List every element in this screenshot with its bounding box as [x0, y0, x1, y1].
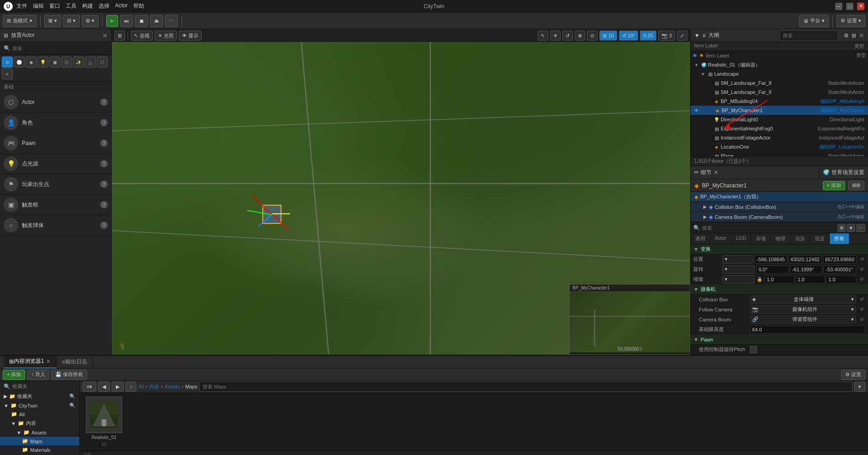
tab-actor[interactable]: Actor: [710, 233, 732, 244]
actor-help-spawn[interactable]: ?: [100, 181, 108, 188]
cb-item-maps[interactable]: 📁 Maps: [0, 437, 79, 445]
vp-scale-tool[interactable]: ⊕: [575, 31, 585, 41]
vp-rotate-tool[interactable]: ↺: [562, 31, 573, 41]
breadcrumb-content[interactable]: 内容: [149, 383, 159, 390]
tab-physics[interactable]: 物理: [771, 233, 790, 244]
cb-item-all[interactable]: 📁 All: [0, 410, 79, 419]
tree-sm-far9[interactable]: ▤ SM_Landscape_Far_9 StaticMeshActor: [691, 88, 868, 97]
cb-item-citytwin[interactable]: ▼ 📁 CityTwin 🔍: [0, 401, 79, 410]
vp-snap-grid[interactable]: ⊞ 10: [599, 31, 617, 41]
actor-item-light[interactable]: 💡 点光源 ?: [0, 154, 111, 174]
cb-tab-log[interactable]: ≡ 输出日志: [57, 356, 93, 368]
menu-actor[interactable]: Actor: [115, 2, 128, 10]
tree-bp-mycharacter[interactable]: 👁 ◈ BP_MyCharacter1 编辑BP_MyCharact: [691, 106, 868, 115]
mode-selector[interactable]: ⊞ 选模式 ▾: [3, 15, 36, 27]
vp-lighting[interactable]: ☀ 光照: [155, 31, 177, 41]
cb-dropdown-btn[interactable]: ▾: [854, 382, 865, 392]
tree-plane[interactable]: ▤ Plane StaticMeshActor: [691, 151, 868, 156]
vp-select-view[interactable]: ↖ 选视: [131, 31, 153, 41]
follow-camera-value[interactable]: 📷 摄像机组件 ▾: [750, 305, 856, 314]
citytwin-search-icon[interactable]: 🔍: [69, 403, 76, 408]
cb-item-materials[interactable]: 📁 Materials: [0, 445, 79, 454]
vp-snap-scale[interactable]: 0.25: [640, 31, 656, 41]
world-settings-tab[interactable]: 🌍 世界场景设置: [819, 166, 868, 179]
star-icon[interactable]: ★: [699, 52, 704, 58]
cb-up-btn[interactable]: ↑: [125, 382, 136, 392]
breadcrumb-all[interactable]: All: [138, 384, 144, 389]
tree-landscape-group[interactable]: ▼ ▤ Landscape: [691, 69, 868, 78]
vp-world-local[interactable]: ⊙: [587, 31, 598, 41]
actor-help-trigger-sphere[interactable]: ?: [100, 222, 108, 229]
tab-visual[interactable]: ✨: [73, 57, 84, 67]
maximize-button[interactable]: □: [846, 3, 853, 10]
viewport-map[interactable]: BP_MyCharacter1 50,000000 t: [112, 42, 690, 355]
collision-box-value[interactable]: ◈ 盒体碰撞 ▾: [750, 295, 856, 304]
tab-all[interactable]: ⊞: [2, 57, 13, 67]
snap-btn-2[interactable]: ⊟▾: [63, 15, 80, 27]
details-layout-btn[interactable]: ⊞⊞: [848, 181, 864, 190]
vp-perspective[interactable]: ⊞: [114, 31, 125, 41]
camera-boom-reset[interactable]: ↺: [858, 316, 865, 323]
camera-boom-value[interactable]: 🔗 弹簧臂组件 ▾: [750, 315, 856, 324]
position-dropdown[interactable]: ▾: [722, 255, 753, 264]
favorites-search-icon[interactable]: 🔍: [69, 393, 76, 399]
comp-item-self[interactable]: ◈ BP_MyCharacter1（自我）: [691, 192, 868, 202]
position-z-field[interactable]: 65723.69660: [823, 255, 857, 264]
cb-nav-btn[interactable]: ≡▾: [83, 382, 96, 392]
scale-z-field[interactable]: 1.0: [826, 275, 856, 284]
snap-btn-3[interactable]: ⊞▾: [82, 15, 99, 27]
tab-volumes[interactable]: ⬡: [97, 57, 108, 67]
tab-geometry[interactable]: △: [85, 57, 96, 67]
vp-translate-tool[interactable]: ✛: [550, 31, 561, 41]
pawn-section-header[interactable]: ▼ Pawn: [691, 335, 868, 345]
outline-search-input[interactable]: [783, 33, 835, 38]
expand-landscape[interactable]: ▼: [701, 72, 706, 77]
tree-bp-mbuilding[interactable]: ◈ BP_MBuilding04 编辑BP_MBuilding0: [691, 97, 868, 106]
tree-foliage[interactable]: ▤ InstancedFoliageActor InstancedFoliage…: [691, 133, 868, 142]
actor-item-actor[interactable]: ⬡ Actor ?: [0, 92, 111, 113]
cb-add-button[interactable]: + 添加: [3, 370, 25, 380]
cb-tab-browser[interactable]: ⊞ 内容浏览器1 ✕: [4, 356, 57, 368]
collision-box-reset[interactable]: ↺: [858, 296, 865, 303]
add-component-button[interactable]: + 添加: [823, 181, 845, 190]
base-height-value[interactable]: 64.0: [750, 326, 865, 334]
vp-snap-rotate[interactable]: ↺ 10°: [619, 31, 639, 41]
cb-back-btn[interactable]: ◀: [98, 382, 110, 392]
tab-basic[interactable]: ◉: [26, 57, 36, 67]
viewport[interactable]: ⊞ ↖ 选视 ☀ 光照 👁 显示 ↖ ✛ ↺ ⊕ ⊙ ⊞ 10 ↺ 10°: [112, 29, 690, 355]
comp-expand-camera[interactable]: ▶: [703, 214, 707, 219]
tab-general[interactable]: 通用: [691, 233, 710, 244]
cb-save-all-button[interactable]: 💾 保存所有: [51, 370, 87, 380]
position-x-field[interactable]: -566.108845: [754, 255, 787, 264]
menu-file[interactable]: 文件: [16, 2, 27, 10]
outline-filter-icon[interactable]: ▼: [694, 32, 700, 39]
menu-build[interactable]: 构建: [82, 2, 93, 10]
stop-button[interactable]: ⏹: [135, 15, 148, 27]
cb-forward-btn[interactable]: ▶: [112, 382, 124, 392]
tab-shapes[interactable]: ▣: [49, 57, 60, 67]
close-button[interactable]: ✕: [857, 3, 864, 10]
menu-select[interactable]: 选择: [99, 2, 109, 10]
tab-lights[interactable]: 💡: [37, 57, 48, 67]
actor-help-pawn[interactable]: ?: [100, 140, 108, 147]
comp-item-camera-boom[interactable]: ▶ ◈ Camera Boom (CameraBoom) 在C++中编辑: [691, 212, 868, 222]
cb-content-search-input[interactable]: [203, 384, 849, 389]
tab-lod[interactable]: LOD: [732, 233, 752, 244]
visibility-icon[interactable]: 👁: [692, 53, 697, 58]
position-reset[interactable]: ↺: [858, 256, 865, 263]
rotation-dropdown[interactable]: ▾: [722, 265, 754, 274]
scale-y-field[interactable]: 1.0: [795, 275, 826, 284]
tab-all-classes[interactable]: ≡: [2, 68, 13, 79]
rotation-y-field[interactable]: -61.1999°: [790, 265, 823, 274]
asset-realistic01[interactable]: Realistic_01 x1: [83, 397, 125, 447]
position-y-field[interactable]: 43020.12482: [788, 255, 822, 264]
menu-window[interactable]: 窗口: [49, 2, 60, 10]
scale-lock[interactable]: 🔒: [756, 276, 763, 283]
expand-root[interactable]: ▼: [694, 62, 700, 67]
tab-all[interactable]: 所有: [830, 233, 849, 244]
tab-render[interactable]: 渲染: [790, 233, 810, 244]
cb-import-button[interactable]: ↑ 导入: [27, 370, 49, 380]
actor-item-pawn[interactable]: 🎮 Pawn ?: [0, 133, 111, 154]
vp-maximize[interactable]: ⤢: [677, 31, 687, 41]
cb-item-favorites[interactable]: ▶ 📁 收藏夹 🔍: [0, 392, 79, 401]
